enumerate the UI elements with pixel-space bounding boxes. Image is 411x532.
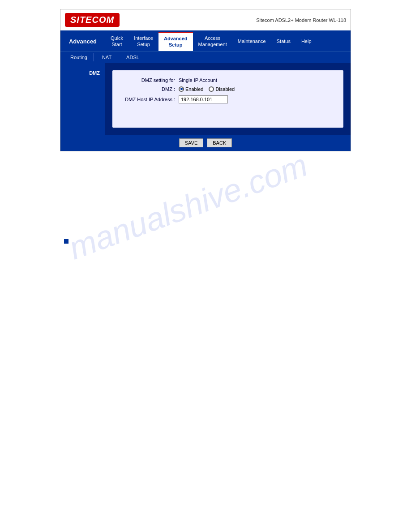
router-ui-container: SITECOM Sitecom ADSL2+ Modem Router WL-1… — [60, 9, 351, 151]
nav-label-help: Help — [301, 38, 312, 44]
nav-item-advanced-setup[interactable]: Advanced Setup — [158, 32, 193, 51]
content-area: DMZ DMZ setting for Single IP Account DM… — [60, 63, 351, 135]
nav-item-quick-start[interactable]: Quick Start — [105, 32, 128, 51]
nav-item-interface-setup[interactable]: Interface Setup — [128, 32, 158, 51]
dmz-radio-group: Enabled Disabled — [179, 86, 235, 92]
button-bar: SAVE BACK — [60, 135, 351, 151]
dmz-disabled-label: Disabled — [215, 86, 235, 92]
dmz-host-ip-label: DMZ Host IP Address : — [121, 97, 175, 102]
save-button[interactable]: SAVE — [179, 138, 204, 147]
nav-label-access-management: Access Management — [198, 35, 227, 48]
watermark: manualshive.com — [64, 146, 313, 267]
left-sidebar: DMZ — [60, 63, 105, 135]
decoration-square — [64, 239, 68, 244]
sub-nav: Routing NAT ADSL — [60, 51, 351, 63]
nav-item-help[interactable]: Help — [296, 32, 317, 51]
nav-items: Quick Start Interface Setup Advanced Set… — [105, 32, 351, 51]
main-nav: Advanced Quick Start Interface Setup Adv… — [60, 32, 351, 51]
nav-label-advanced-setup: Advanced Setup — [164, 35, 188, 48]
dmz-host-ip-row: DMZ Host IP Address : — [121, 95, 334, 103]
sidebar-title: Advanced — [60, 32, 105, 51]
nav-label-interface-setup: Interface Setup — [134, 35, 153, 48]
nav-label-quick-start: Quick Start — [111, 35, 123, 48]
dmz-enabled-option[interactable]: Enabled — [179, 86, 203, 92]
sub-nav-adsl[interactable]: ADSL — [120, 53, 146, 61]
dmz-host-ip-input[interactable] — [179, 95, 228, 103]
sub-nav-routing[interactable]: Routing — [64, 53, 94, 61]
nav-item-access-management[interactable]: Access Management — [193, 32, 232, 51]
dmz-disabled-option[interactable]: Disabled — [209, 86, 235, 92]
dmz-setting-for-label: DMZ setting for — [121, 77, 175, 83]
logo-box: SITECOM — [65, 13, 120, 27]
nav-item-status[interactable]: Status — [271, 32, 296, 51]
dmz-radio-row: DMZ : Enabled Disabled — [121, 86, 334, 92]
nav-label-status: Status — [277, 38, 291, 44]
header-bar: SITECOM Sitecom ADSL2+ Modem Router WL-1… — [60, 9, 351, 32]
nav-label-maintenance: Maintenance — [238, 38, 266, 44]
back-button[interactable]: BACK — [207, 138, 232, 147]
logo-text: SITECOM — [70, 15, 114, 25]
dmz-enabled-radio[interactable] — [179, 86, 184, 92]
dmz-setting-for-row: DMZ setting for Single IP Account — [121, 77, 334, 83]
dmz-label: DMZ : — [121, 86, 175, 92]
form-area: DMZ setting for Single IP Account DMZ : … — [112, 70, 343, 128]
dmz-setting-for-value: Single IP Account — [179, 77, 217, 83]
nav-item-maintenance[interactable]: Maintenance — [232, 32, 271, 51]
dmz-disabled-radio[interactable] — [209, 86, 214, 92]
model-text: Sitecom ADSL2+ Modem Router WL-118 — [256, 17, 346, 23]
section-label-dmz: DMZ — [89, 70, 102, 76]
sub-nav-nat[interactable]: NAT — [96, 53, 118, 61]
dmz-enabled-label: Enabled — [185, 86, 203, 92]
